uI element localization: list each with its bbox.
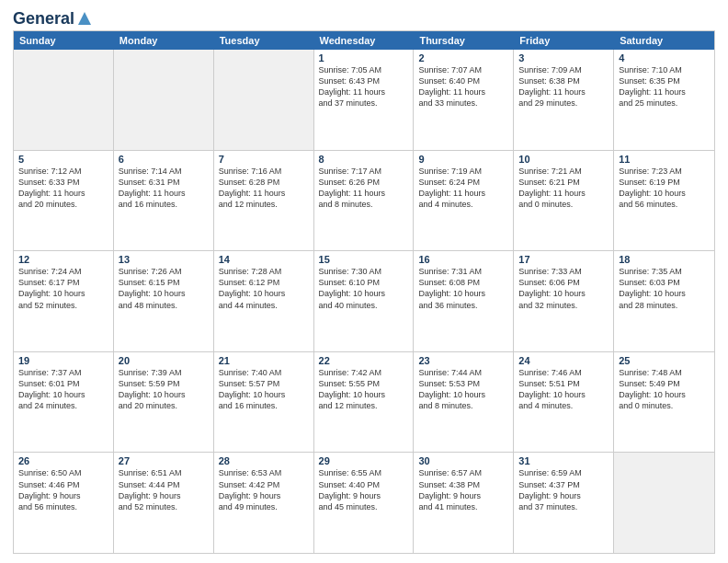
calendar-cell: 23Sunrise: 7:44 AM Sunset: 5:53 PM Dayli… [414,352,514,453]
day-info: Sunrise: 7:42 AM Sunset: 5:55 PM Dayligh… [319,367,409,412]
day-info: Sunrise: 7:23 AM Sunset: 6:19 PM Dayligh… [619,166,710,211]
day-number: 1 [319,52,409,63]
calendar-row-4: 26Sunrise: 6:50 AM Sunset: 4:46 PM Dayli… [14,453,714,553]
day-info: Sunrise: 7:46 AM Sunset: 5:51 PM Dayligh… [518,367,609,412]
calendar-cell: 5Sunrise: 7:12 AM Sunset: 6:33 PM Daylig… [14,151,114,251]
calendar-cell: 24Sunrise: 7:46 AM Sunset: 5:51 PM Dayli… [514,352,614,453]
calendar-cell: 31Sunrise: 6:59 AM Sunset: 4:37 PM Dayli… [514,453,614,553]
day-info: Sunrise: 7:07 AM Sunset: 6:40 PM Dayligh… [418,64,508,109]
day-number: 22 [319,355,409,366]
calendar-cell: 8Sunrise: 7:17 AM Sunset: 6:26 PM Daylig… [314,151,415,251]
calendar-cell: 25Sunrise: 7:48 AM Sunset: 5:49 PM Dayli… [614,352,714,453]
header: General [13,9,715,25]
day-number: 17 [518,254,609,265]
day-info: Sunrise: 7:39 AM Sunset: 5:59 PM Dayligh… [119,367,209,412]
calendar-cell: 18Sunrise: 7:35 AM Sunset: 6:03 PM Dayli… [614,251,714,351]
day-number: 18 [619,254,710,265]
day-number: 10 [518,154,609,165]
day-number: 16 [418,254,508,265]
day-info: Sunrise: 7:05 AM Sunset: 6:43 PM Dayligh… [319,64,409,109]
logo: General [13,9,93,25]
day-info: Sunrise: 7:30 AM Sunset: 6:10 PM Dayligh… [319,266,409,311]
header-day-monday: Monday [114,31,214,50]
calendar-cell: 16Sunrise: 7:31 AM Sunset: 6:08 PM Dayli… [414,251,514,351]
day-info: Sunrise: 6:59 AM Sunset: 4:37 PM Dayligh… [518,467,609,512]
calendar-cell: 19Sunrise: 7:37 AM Sunset: 6:01 PM Dayli… [14,352,114,453]
day-number: 31 [518,455,609,466]
day-number: 7 [219,154,309,165]
calendar-cell [214,50,314,150]
day-number: 13 [119,254,209,265]
calendar-cell: 6Sunrise: 7:14 AM Sunset: 6:31 PM Daylig… [114,151,214,251]
day-number: 26 [18,455,108,466]
calendar-cell: 14Sunrise: 7:28 AM Sunset: 6:12 PM Dayli… [214,251,314,351]
calendar-cell: 20Sunrise: 7:39 AM Sunset: 5:59 PM Dayli… [114,352,214,453]
day-info: Sunrise: 7:14 AM Sunset: 6:31 PM Dayligh… [119,166,209,211]
day-info: Sunrise: 7:28 AM Sunset: 6:12 PM Dayligh… [219,266,309,311]
calendar-cell: 29Sunrise: 6:55 AM Sunset: 4:40 PM Dayli… [314,453,415,553]
day-info: Sunrise: 7:48 AM Sunset: 5:49 PM Dayligh… [619,367,710,412]
logo-line: General [13,9,93,29]
header-day-wednesday: Wednesday [314,31,415,50]
day-number: 14 [219,254,309,265]
day-number: 6 [119,154,209,165]
day-info: Sunrise: 6:57 AM Sunset: 4:38 PM Dayligh… [418,467,508,512]
calendar-cell: 26Sunrise: 6:50 AM Sunset: 4:46 PM Dayli… [14,453,114,553]
day-info: Sunrise: 7:26 AM Sunset: 6:15 PM Dayligh… [119,266,209,311]
calendar-cell: 10Sunrise: 7:21 AM Sunset: 6:21 PM Dayli… [514,151,614,251]
day-number: 4 [619,52,710,63]
day-number: 27 [119,455,209,466]
day-number: 29 [319,455,409,466]
calendar-cell: 17Sunrise: 7:33 AM Sunset: 6:06 PM Dayli… [514,251,614,351]
header-day-sunday: Sunday [14,31,114,50]
day-info: Sunrise: 7:40 AM Sunset: 5:57 PM Dayligh… [219,367,309,412]
day-info: Sunrise: 7:21 AM Sunset: 6:21 PM Dayligh… [518,166,609,211]
calendar-cell: 2Sunrise: 7:07 AM Sunset: 6:40 PM Daylig… [414,50,514,150]
calendar-cell: 15Sunrise: 7:30 AM Sunset: 6:10 PM Dayli… [314,251,415,351]
day-info: Sunrise: 7:09 AM Sunset: 6:38 PM Dayligh… [518,64,609,109]
day-info: Sunrise: 6:50 AM Sunset: 4:46 PM Dayligh… [18,467,108,512]
day-info: Sunrise: 7:19 AM Sunset: 6:24 PM Dayligh… [418,166,508,211]
calendar-cell: 27Sunrise: 6:51 AM Sunset: 4:44 PM Dayli… [114,453,214,553]
day-info: Sunrise: 7:12 AM Sunset: 6:33 PM Dayligh… [18,166,108,211]
calendar-cell: 11Sunrise: 7:23 AM Sunset: 6:19 PM Dayli… [614,151,714,251]
calendar-cell: 1Sunrise: 7:05 AM Sunset: 6:43 PM Daylig… [314,50,415,150]
day-info: Sunrise: 6:51 AM Sunset: 4:44 PM Dayligh… [119,467,209,512]
calendar-row-0: 1Sunrise: 7:05 AM Sunset: 6:43 PM Daylig… [14,50,714,151]
calendar-cell [114,50,214,150]
calendar-cell: 9Sunrise: 7:19 AM Sunset: 6:24 PM Daylig… [414,151,514,251]
calendar-cell: 12Sunrise: 7:24 AM Sunset: 6:17 PM Dayli… [14,251,114,351]
day-number: 24 [518,355,609,366]
header-day-tuesday: Tuesday [214,31,314,50]
day-number: 12 [18,254,108,265]
calendar-cell: 22Sunrise: 7:42 AM Sunset: 5:55 PM Dayli… [314,352,415,453]
calendar-cell: 13Sunrise: 7:26 AM Sunset: 6:15 PM Dayli… [114,251,214,351]
day-info: Sunrise: 7:10 AM Sunset: 6:35 PM Dayligh… [619,64,710,109]
day-number: 3 [518,52,609,63]
day-info: Sunrise: 7:17 AM Sunset: 6:26 PM Dayligh… [319,166,409,211]
svg-marker-0 [78,12,91,25]
day-number: 15 [319,254,409,265]
calendar-body: 1Sunrise: 7:05 AM Sunset: 6:43 PM Daylig… [14,50,714,553]
day-number: 2 [418,52,508,63]
calendar-cell: 28Sunrise: 6:53 AM Sunset: 4:42 PM Dayli… [214,453,314,553]
calendar: SundayMondayTuesdayWednesdayThursdayFrid… [13,30,715,554]
calendar-cell: 7Sunrise: 7:16 AM Sunset: 6:28 PM Daylig… [214,151,314,251]
day-info: Sunrise: 7:24 AM Sunset: 6:17 PM Dayligh… [18,266,108,311]
day-number: 19 [18,355,108,366]
page: General SundayMondayTuesdayWednesdayThur… [0,0,728,563]
calendar-cell: 4Sunrise: 7:10 AM Sunset: 6:35 PM Daylig… [614,50,714,150]
day-info: Sunrise: 7:31 AM Sunset: 6:08 PM Dayligh… [418,266,508,311]
day-info: Sunrise: 7:35 AM Sunset: 6:03 PM Dayligh… [619,266,710,311]
calendar-cell [614,453,714,553]
calendar-header: SundayMondayTuesdayWednesdayThursdayFrid… [14,31,714,50]
calendar-row-2: 12Sunrise: 7:24 AM Sunset: 6:17 PM Dayli… [14,251,714,352]
calendar-cell: 21Sunrise: 7:40 AM Sunset: 5:57 PM Dayli… [214,352,314,453]
calendar-row-1: 5Sunrise: 7:12 AM Sunset: 6:33 PM Daylig… [14,151,714,252]
day-number: 5 [18,154,108,165]
logo-arrow-icon [76,10,93,27]
calendar-cell [14,50,114,150]
day-number: 30 [418,455,508,466]
logo-text: General [13,9,74,29]
day-number: 21 [219,355,309,366]
